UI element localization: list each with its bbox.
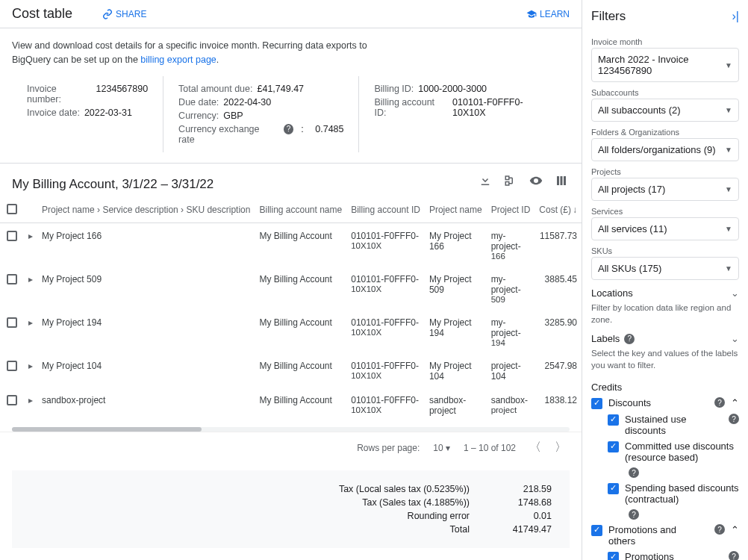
expand-row-icon[interactable]: ▸ xyxy=(28,395,33,405)
cost-table: Project name › Service description › SKU… xyxy=(0,198,582,426)
filters-title: Filters xyxy=(591,9,626,24)
cost-cell: 2547.98 xyxy=(534,353,582,388)
billing-account-name-cell: My Billing Account xyxy=(255,422,346,426)
skus-select[interactable]: All SKUs (175)▼ xyxy=(591,257,739,280)
learn-button[interactable]: LEARN xyxy=(526,9,570,19)
visibility-icon[interactable] xyxy=(529,174,543,187)
col-billing-account-id[interactable]: Billing account ID xyxy=(346,198,425,223)
projects-select[interactable]: All projects (17)▼ xyxy=(591,178,739,201)
select-all-checkbox[interactable] xyxy=(7,204,17,214)
project-id-cell: my-project-194 xyxy=(487,310,535,353)
locations-section[interactable]: Locations xyxy=(591,287,633,299)
billing-account-id-cell: 010101-F0FFF0-10X10X xyxy=(346,388,425,422)
project-name-cell: My Project 104 xyxy=(425,353,487,388)
labels-section[interactable]: Labels xyxy=(591,333,620,344)
project-id-cell: my-project-166 xyxy=(487,223,535,267)
svg-rect-3 xyxy=(561,176,563,185)
horizontal-scrollbar[interactable] xyxy=(12,427,570,432)
help-icon[interactable]: ? xyxy=(729,414,739,424)
rows-per-page-select[interactable]: 10 ▾ xyxy=(433,443,450,453)
services-select[interactable]: All services (11)▼ xyxy=(591,217,739,240)
spending-based-checkbox[interactable] xyxy=(608,483,619,494)
chevron-down-icon[interactable]: ⌄ xyxy=(731,333,739,344)
invoice-month-select[interactable]: March 2022 - Invoice 1234567890▼ xyxy=(591,48,739,82)
table-row[interactable]: ▸sandbox-projectMy Billing Account010101… xyxy=(0,388,582,422)
help-icon[interactable]: ? xyxy=(729,551,739,560)
project-name-cell: My Project 166 xyxy=(425,223,487,267)
subaccounts-select[interactable]: All subaccounts (2)▼ xyxy=(591,99,739,122)
next-page-button[interactable]: 〉 xyxy=(555,440,567,455)
download-icon[interactable] xyxy=(479,174,492,187)
billing-account-id-cell: 010101-F0FFF0-10X10X xyxy=(346,422,425,426)
svg-rect-4 xyxy=(564,176,566,185)
col-project-hierarchy[interactable]: Project name › Service description › SKU… xyxy=(37,198,255,223)
collapse-panel-icon[interactable]: ›| xyxy=(732,10,739,23)
promotions-sub-checkbox[interactable] xyxy=(608,552,619,560)
help-icon[interactable]: ? xyxy=(714,524,725,535)
svg-rect-1 xyxy=(505,181,509,185)
caret-down-icon: ▾ xyxy=(446,443,450,453)
billing-account-name-cell: My Billing Account xyxy=(255,223,346,267)
sustained-use-checkbox[interactable] xyxy=(608,414,619,426)
columns-icon[interactable] xyxy=(555,174,568,187)
project-name-cell: My Project 509 xyxy=(425,267,487,310)
project-name-cell: project-42 xyxy=(425,422,487,426)
project-name-cell: sandbox-project xyxy=(425,388,487,422)
billing-account-id-cell: 010101-F0FFF0-10X10X xyxy=(346,223,425,267)
chevron-up-icon[interactable]: ⌃ xyxy=(731,524,739,535)
billing-account-name-cell: My Billing Account xyxy=(255,353,346,388)
col-billing-account-name[interactable]: Billing account name xyxy=(255,198,346,223)
share-button[interactable]: SHARE xyxy=(102,9,146,19)
svg-rect-2 xyxy=(557,176,559,185)
billing-account-id-cell: 010101-F0FFF0-10X10X xyxy=(346,310,425,353)
chevron-down-icon[interactable]: ⌄ xyxy=(731,287,739,299)
row-checkbox[interactable] xyxy=(7,361,17,371)
graduation-cap-icon xyxy=(526,9,537,19)
expand-row-icon[interactable]: ▸ xyxy=(28,361,33,371)
page-title: Cost table xyxy=(12,6,72,22)
svg-rect-0 xyxy=(505,176,509,180)
prev-page-button[interactable]: 〈 xyxy=(529,440,541,455)
row-checkbox[interactable] xyxy=(7,231,17,241)
billing-export-link[interactable]: billing export page xyxy=(140,55,216,65)
table-row[interactable]: ▸project 42My Billing Account010101-F0FF… xyxy=(0,422,582,426)
page-range: 1 – 10 of 102 xyxy=(464,443,516,453)
help-icon[interactable]: ? xyxy=(629,467,639,478)
table-row[interactable]: ▸My Project 166My Billing Account010101-… xyxy=(0,223,582,267)
expand-row-icon[interactable]: ▸ xyxy=(28,274,33,284)
project-hierarchy-cell: My Project 194 xyxy=(37,310,255,353)
project-id-cell: sandbox-project xyxy=(487,388,535,422)
row-checkbox[interactable] xyxy=(7,274,17,284)
billing-account-name-cell: My Billing Account xyxy=(255,267,346,310)
table-row[interactable]: ▸My Project 104My Billing Account010101-… xyxy=(0,353,582,388)
help-icon[interactable]: ? xyxy=(284,124,294,134)
billing-account-name-cell: My Billing Account xyxy=(255,388,346,422)
row-checkbox[interactable] xyxy=(7,395,17,405)
cost-cell: 11587.73 xyxy=(534,223,582,267)
cost-cell: 3285.90 xyxy=(534,310,582,353)
invoice-summary: Invoice number:1234567890 Invoice date:2… xyxy=(0,73,582,164)
intro-text: View and download cost details for a spe… xyxy=(0,28,582,73)
help-icon[interactable]: ? xyxy=(714,397,725,408)
row-checkbox[interactable] xyxy=(7,317,17,328)
col-project-id[interactable]: Project ID xyxy=(487,198,535,223)
billing-account-name-cell: My Billing Account xyxy=(255,310,346,353)
caret-down-icon: ▼ xyxy=(725,61,732,69)
project-hierarchy-cell: My Project 166 xyxy=(37,223,255,267)
expand-row-icon[interactable]: ▸ xyxy=(28,231,33,241)
help-icon[interactable]: ? xyxy=(629,509,639,520)
project-hierarchy-cell: My Project 509 xyxy=(37,267,255,310)
col-cost[interactable]: Cost (£)↓ xyxy=(534,198,582,223)
table-row[interactable]: ▸My Project 194My Billing Account010101-… xyxy=(0,310,582,353)
folders-select[interactable]: All folders/organizations (9)▼ xyxy=(591,138,739,161)
expand-row-icon[interactable]: ▸ xyxy=(28,317,33,328)
committed-use-checkbox[interactable] xyxy=(608,441,619,452)
col-project-name[interactable]: Project name xyxy=(425,198,487,223)
table-row[interactable]: ▸My Project 509My Billing Account010101-… xyxy=(0,267,582,310)
chevron-up-icon[interactable]: ⌃ xyxy=(731,397,739,408)
discounts-checkbox[interactable] xyxy=(591,398,602,409)
project-hierarchy-cell: My Project 104 xyxy=(37,353,255,388)
expand-tree-icon[interactable] xyxy=(504,174,517,187)
help-icon[interactable]: ? xyxy=(624,334,635,344)
promotions-checkbox[interactable] xyxy=(591,525,602,536)
